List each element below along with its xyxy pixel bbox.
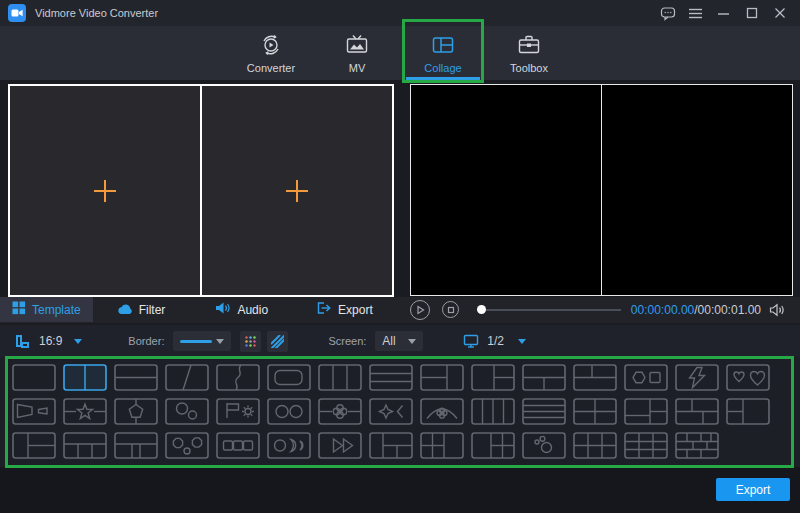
template-top-bottom-middle-split[interactable] [114,432,158,459]
filter-cloud-icon [117,302,133,318]
template-sparkle-bracket[interactable] [369,398,413,425]
nav-tab-mv[interactable]: MV [327,33,387,74]
screen-select[interactable]: All [375,331,423,351]
template-two-circles[interactable] [267,398,311,425]
nav-tab-label: Collage [424,62,461,74]
page-indicator: 1/2 [487,334,504,348]
template-trapezoids[interactable] [12,398,56,425]
collage-editor [8,84,394,297]
feedback-icon[interactable] [659,5,676,22]
panel-tab-label: Audio [237,303,268,317]
close-icon[interactable] [771,5,788,22]
preview-cell-1 [411,85,602,295]
template-star-banner[interactable] [63,398,107,425]
template-two-vertical-selected[interactable] [63,364,107,391]
active-tab-underline [406,77,480,80]
template-icon [12,301,26,318]
panel-tab-filter[interactable]: Filter [105,297,178,322]
current-time: 00:00:00.00 [631,303,694,317]
progress-slider[interactable] [477,300,623,320]
add-plus-icon [286,180,308,202]
panel-tab-audio[interactable]: Audio [203,297,280,322]
template-grid-2x2-right-big[interactable] [420,432,464,459]
template-grid-2x2[interactable] [573,398,617,425]
export-arrow-icon [316,301,332,318]
template-grid-3x2[interactable] [573,432,617,459]
screen-value: All [382,334,395,348]
template-top-two-cols-bottom[interactable] [573,364,617,391]
collage-cell-add-1[interactable] [10,86,202,295]
app-window: Vidmore Video Converter [0,0,800,513]
stop-icon[interactable] [442,301,459,318]
template-single[interactable] [12,364,56,391]
audio-speaker-icon [215,301,231,318]
template-bricks-offset[interactable] [675,398,719,425]
border-style-select[interactable] [173,331,231,351]
panel-tab-template[interactable]: Template [0,297,93,322]
volume-icon[interactable] [769,303,786,317]
template-wave-split[interactable] [216,364,260,391]
template-four-rows[interactable] [522,398,566,425]
nav-tab-label: MV [349,62,366,74]
template-octagons-dot[interactable] [165,432,209,459]
template-hexagon-square[interactable] [624,364,668,391]
panel-tab-export[interactable]: Export [304,297,385,322]
template-pentagon[interactable] [114,398,158,425]
app-logo-icon [8,4,26,22]
collage-toolbar: 16:9 Border: Screen: All [0,325,800,357]
app-title: Vidmore Video Converter [35,7,158,19]
template-left-right-two-rows[interactable] [471,364,515,391]
panel-tab-label: Template [32,303,81,317]
border-color-dots-icon[interactable] [240,331,261,352]
nav-tab-collage[interactable]: Collage [413,33,473,74]
collage-cell-add-2[interactable] [202,86,392,295]
template-left-two-rows-right[interactable] [420,364,464,391]
template-top-bottom-three-cols[interactable] [63,432,107,459]
border-pattern-stripes-icon[interactable] [267,331,288,352]
template-two-horizontal[interactable] [114,364,158,391]
main-nav: Converter MV [0,26,800,80]
monitor-icon [463,334,479,348]
template-three-columns[interactable] [318,364,362,391]
nav-tab-toolbox[interactable]: Toolbox [499,33,559,74]
export-button[interactable]: Export [716,478,790,501]
template-lightning[interactable] [675,364,719,391]
template-arch-flower[interactable] [420,398,464,425]
template-grid-3x3[interactable] [624,432,668,459]
template-grid-bricks[interactable] [675,432,719,459]
template-three-rows[interactable] [369,364,413,391]
template-flag-gear[interactable] [216,398,260,425]
template-dots-circle[interactable] [522,432,566,459]
ratio-caret-icon[interactable] [74,339,82,344]
border-line-sample [180,340,212,343]
minimize-icon[interactable] [715,5,732,22]
panel-tabs: Template Filter Audio [0,297,385,322]
footer-bar [0,467,800,513]
progress-handle[interactable] [477,305,486,314]
template-clover-banner[interactable] [318,398,362,425]
template-left-narrow-right-two-rows[interactable] [12,432,56,459]
template-circle-crescents[interactable] [267,432,311,459]
template-four-columns[interactable] [471,398,515,425]
template-grid [12,364,790,466]
nav-tab-converter[interactable]: Converter [241,33,301,74]
template-top-bottom-two-cols[interactable] [522,364,566,391]
template-hearts[interactable] [726,364,770,391]
screen-caret-icon [408,339,416,344]
panel-tab-label: Export [338,303,373,317]
template-two-circles-diagonal[interactable] [165,398,209,425]
template-two-triangles[interactable] [318,432,362,459]
maximize-icon[interactable] [743,5,760,22]
template-diagonal-split[interactable] [165,364,209,391]
template-grid-left-big-2x2[interactable] [471,432,515,459]
template-grid-narrow-left[interactable] [369,432,413,459]
template-rounded-frame[interactable] [267,364,311,391]
converter-icon [259,33,283,59]
play-icon[interactable] [410,300,430,320]
template-three-squares[interactable] [216,432,260,459]
aspect-ratio-icon[interactable] [14,333,31,350]
template-left-two-rows-right-big[interactable] [726,398,770,425]
menu-icon[interactable] [687,5,704,22]
template-grid-2x2-offset[interactable] [624,398,668,425]
page-caret-icon[interactable] [518,339,526,344]
